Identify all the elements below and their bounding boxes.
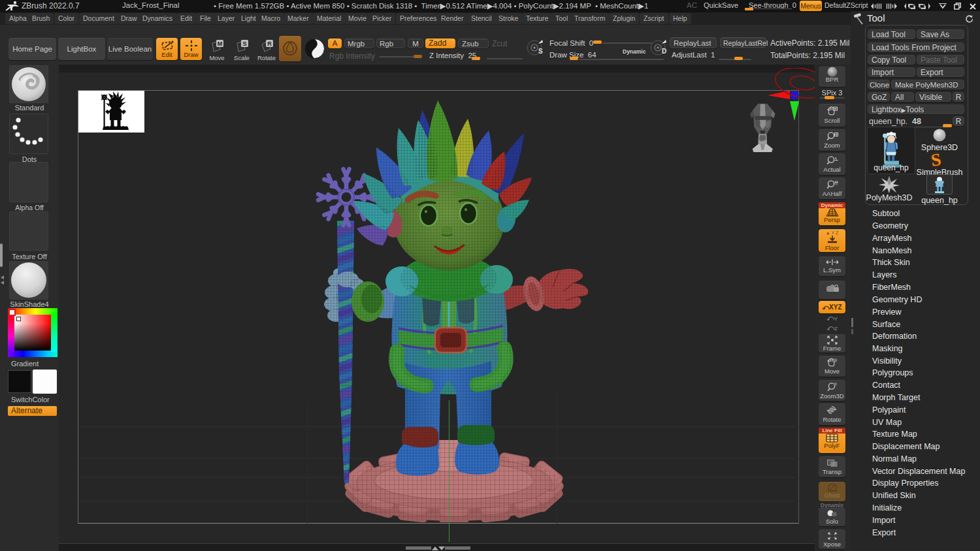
svg-text:M: M: [218, 40, 223, 47]
svg-text:S: S: [538, 48, 543, 55]
svg-text:S: S: [242, 40, 246, 47]
svg-text:D: D: [662, 48, 666, 55]
svg-text:R: R: [267, 40, 272, 47]
